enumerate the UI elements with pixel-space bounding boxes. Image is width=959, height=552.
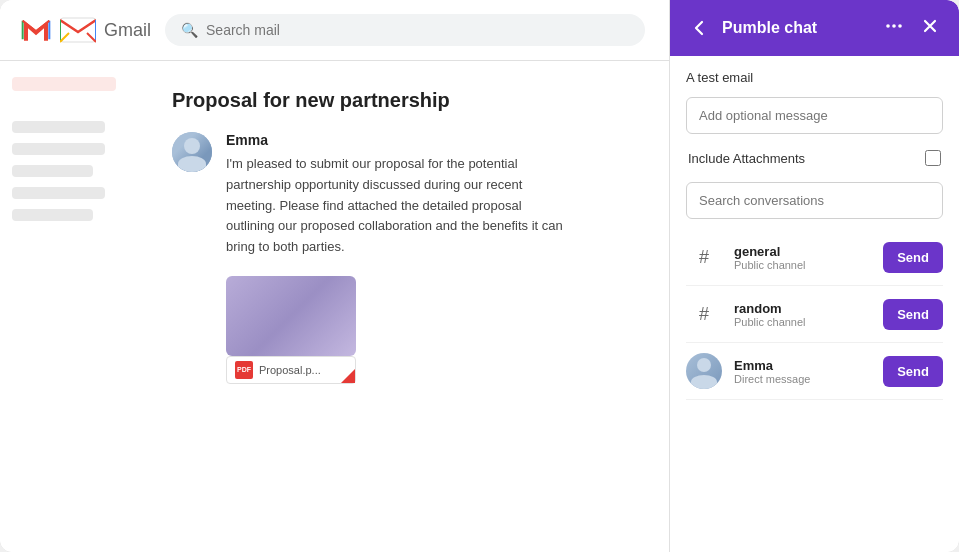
- sidebar-gray-item-2: [12, 143, 105, 155]
- gmail-panel: Gmail 🔍 Proposal for new partnership: [0, 0, 669, 552]
- svg-point-8: [886, 24, 890, 28]
- include-attachments-checkbox[interactable]: [925, 150, 941, 166]
- search-icon: 🔍: [181, 22, 198, 38]
- attachment-file[interactable]: PDF Proposal.p...: [226, 356, 356, 384]
- conv-type: Public channel: [734, 316, 871, 328]
- gmail-icon: [60, 16, 96, 44]
- pumble-more-button[interactable]: [881, 13, 907, 44]
- gmail-header: Gmail 🔍: [0, 0, 669, 61]
- email-body: I'm pleased to submit our proposal for t…: [226, 154, 566, 258]
- gmail-logo-icon: [20, 14, 52, 46]
- back-arrow-icon: [690, 19, 708, 37]
- send-button-emma[interactable]: Send: [883, 356, 943, 387]
- conv-info-random: random Public channel: [734, 301, 871, 328]
- svg-rect-3: [60, 18, 96, 42]
- channel-hash-icon: #: [686, 296, 722, 332]
- pumble-panel: Pumble chat A test email Include Attachm…: [669, 0, 959, 552]
- gmail-content: Proposal for new partnership Emma I'm pl…: [140, 61, 669, 552]
- svg-point-10: [898, 24, 902, 28]
- conv-type: Public channel: [734, 259, 871, 271]
- gmail-logo: Gmail: [20, 14, 151, 46]
- email-from: Emma I'm pleased to submit our proposal …: [172, 132, 637, 258]
- more-dots-icon: [885, 17, 903, 35]
- sender-avatar: [172, 132, 212, 172]
- send-button-random[interactable]: Send: [883, 299, 943, 330]
- gmail-search-input[interactable]: [206, 22, 629, 38]
- pdf-icon: PDF: [235, 361, 253, 379]
- pumble-title: Pumble chat: [722, 19, 871, 37]
- conv-info-emma: Emma Direct message: [734, 358, 871, 385]
- list-item: # random Public channel Send: [686, 286, 943, 343]
- list-item: Emma Direct message Send: [686, 343, 943, 400]
- list-item: # general Public channel Send: [686, 229, 943, 286]
- email-text-block: Emma I'm pleased to submit our proposal …: [226, 132, 637, 258]
- conv-name: general: [734, 244, 871, 259]
- gmail-search-bar[interactable]: 🔍: [165, 14, 645, 46]
- conv-name: random: [734, 301, 871, 316]
- conversation-list: # general Public channel Send # random P…: [686, 229, 943, 400]
- search-conversations-input[interactable]: [686, 182, 943, 219]
- sidebar-gray-item-4: [12, 187, 105, 199]
- sidebar-highlight-item: [12, 77, 116, 91]
- attachment-preview-image: [226, 276, 356, 356]
- gmail-label: Gmail: [104, 20, 151, 41]
- include-attachments-label: Include Attachments: [688, 151, 805, 166]
- app-container: Gmail 🔍 Proposal for new partnership: [0, 0, 959, 552]
- avatar-image: [172, 132, 212, 172]
- pumble-back-button[interactable]: [686, 15, 712, 41]
- sidebar-gray-item-1: [12, 121, 105, 133]
- file-corner-decoration: [341, 369, 355, 383]
- conv-name: Emma: [734, 358, 871, 373]
- pumble-close-button[interactable]: [917, 13, 943, 44]
- email-attachments: PDF Proposal.p...: [226, 276, 637, 384]
- optional-message-input[interactable]: [686, 97, 943, 134]
- email-subject: Proposal for new partnership: [172, 89, 637, 112]
- pumble-header: Pumble chat: [670, 0, 959, 56]
- sidebar-gray-item-5: [12, 209, 93, 221]
- sender-name: Emma: [226, 132, 637, 148]
- pumble-body: A test email Include Attachments # gener…: [670, 56, 959, 552]
- svg-point-9: [892, 24, 896, 28]
- dm-avatar-emma: [686, 353, 722, 389]
- gmail-sidebar: [0, 61, 140, 552]
- sidebar-gray-item-3: [12, 165, 93, 177]
- file-name: Proposal.p...: [259, 364, 321, 376]
- include-attachments-row: Include Attachments: [686, 144, 943, 172]
- conv-info-general: general Public channel: [734, 244, 871, 271]
- gmail-body: Proposal for new partnership Emma I'm pl…: [0, 61, 669, 552]
- send-button-general[interactable]: Send: [883, 242, 943, 273]
- channel-hash-icon: #: [686, 239, 722, 275]
- conv-type: Direct message: [734, 373, 871, 385]
- close-icon: [921, 17, 939, 35]
- pumble-email-subject: A test email: [686, 70, 943, 85]
